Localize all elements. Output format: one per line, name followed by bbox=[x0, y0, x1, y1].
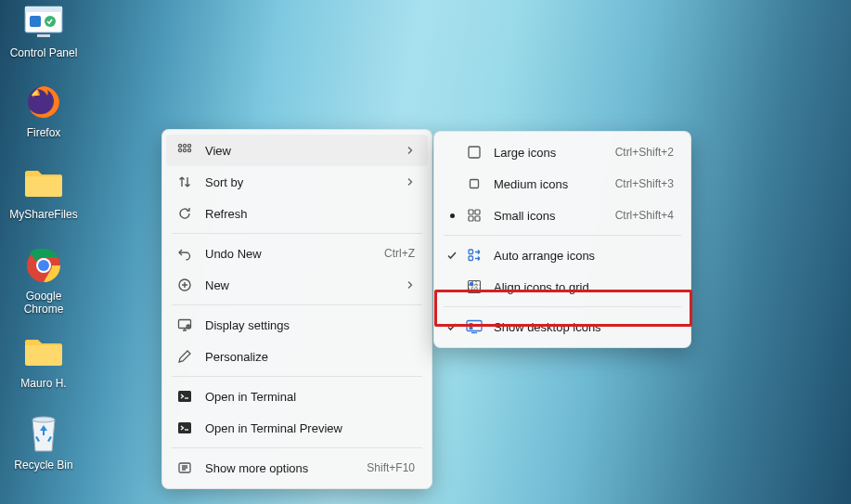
check-indicator bbox=[444, 321, 460, 332]
more-icon bbox=[175, 459, 194, 477]
check-indicator bbox=[444, 250, 460, 261]
submenu-item-label: Small icons bbox=[494, 209, 599, 223]
folder-icon bbox=[23, 163, 64, 204]
menu-item-open-in-terminal[interactable]: Open in Terminal bbox=[166, 381, 428, 412]
svg-point-8 bbox=[38, 260, 49, 271]
desktop-icon-control-panel[interactable]: Control Panel bbox=[4, 2, 84, 59]
desktop-icon-label: MyShareFiles bbox=[4, 208, 84, 221]
svg-rect-27 bbox=[475, 216, 480, 221]
svg-rect-22 bbox=[469, 147, 480, 158]
submenu-item-small-icons[interactable]: Small iconsCtrl+Shift+4 bbox=[438, 200, 687, 231]
chevron-right-icon bbox=[406, 146, 415, 155]
desktop-icon-mysharefiles[interactable]: MyShareFiles bbox=[4, 163, 84, 221]
svg-point-10 bbox=[178, 144, 181, 147]
submenu-item-align-icons-to-grid[interactable]: Align icons to grid bbox=[438, 271, 687, 303]
menu-item-label: Undo New bbox=[205, 247, 366, 261]
menu-item-label: New bbox=[205, 278, 387, 292]
chevron-right-icon bbox=[406, 177, 415, 187]
svg-rect-32 bbox=[467, 321, 482, 331]
menu-separator bbox=[172, 304, 422, 305]
svg-point-9 bbox=[32, 417, 55, 422]
display-icon bbox=[175, 316, 194, 334]
submenu-item-large-icons[interactable]: Large iconsCtrl+Shift+2 bbox=[438, 136, 687, 168]
desktop-icon-firefox[interactable]: Firefox bbox=[4, 82, 84, 139]
menu-separator bbox=[444, 306, 681, 307]
svg-point-11 bbox=[183, 144, 186, 147]
submenu-item-show-desktop-icons[interactable]: Show desktop icons bbox=[438, 311, 687, 342]
large-icons-icon bbox=[464, 143, 484, 162]
svg-point-14 bbox=[183, 149, 186, 151]
menu-item-refresh[interactable]: Refresh bbox=[166, 198, 428, 229]
desktop-icon-google-chrome[interactable]: Google Chrome bbox=[4, 245, 84, 316]
menu-item-display-settings[interactable]: Display settings bbox=[166, 309, 428, 341]
svg-rect-25 bbox=[475, 210, 480, 214]
new-icon bbox=[175, 276, 194, 294]
svg-rect-34 bbox=[470, 327, 473, 330]
svg-rect-23 bbox=[471, 180, 479, 188]
terminal-icon bbox=[175, 419, 194, 437]
menu-item-sort-by[interactable]: Sort by bbox=[166, 166, 428, 198]
radio-indicator bbox=[444, 213, 460, 218]
svg-rect-33 bbox=[470, 323, 473, 326]
svg-rect-1 bbox=[25, 6, 62, 12]
submenu-item-label: Align icons to grid bbox=[494, 280, 674, 294]
refresh-icon bbox=[175, 204, 194, 223]
menu-item-new[interactable]: New bbox=[166, 269, 428, 301]
desktop-context-menu: ViewSort byRefreshUndo NewCtrl+ZNewDispl… bbox=[161, 129, 432, 489]
show-desktop-icon bbox=[464, 317, 484, 336]
desktop-icon-recycle-bin[interactable]: Recycle Bin bbox=[4, 414, 84, 472]
menu-item-personalize[interactable]: Personalize bbox=[166, 341, 428, 372]
svg-rect-4 bbox=[37, 34, 50, 37]
svg-rect-24 bbox=[469, 210, 473, 214]
menu-item-label: Display settings bbox=[205, 318, 415, 332]
recycle-bin-icon bbox=[23, 414, 64, 455]
submenu-item-label: Large icons bbox=[494, 146, 599, 160]
menu-item-show-more-options[interactable]: Show more optionsShift+F10 bbox=[166, 452, 428, 484]
submenu-item-medium-icons[interactable]: Medium iconsCtrl+Shift+3 bbox=[438, 168, 687, 200]
sort-icon bbox=[175, 173, 194, 191]
desktop-icon-label: Recycle Bin bbox=[4, 459, 84, 472]
menu-item-label: Open in Terminal bbox=[205, 390, 415, 404]
menu-separator bbox=[172, 447, 422, 448]
desktop[interactable]: Control Panel Firefox MyShareFiles Googl… bbox=[0, 0, 851, 504]
menu-item-undo-new[interactable]: Undo NewCtrl+Z bbox=[166, 238, 428, 269]
menu-item-shortcut: Shift+F10 bbox=[367, 461, 415, 474]
desktop-icon-mauro-h[interactable]: Mauro H. bbox=[4, 332, 84, 390]
svg-rect-20 bbox=[178, 422, 191, 433]
auto-arrange-icon bbox=[464, 246, 484, 265]
submenu-item-label: Auto arrange icons bbox=[494, 249, 674, 263]
svg-point-15 bbox=[187, 149, 190, 151]
grid-icon bbox=[175, 141, 194, 160]
svg-point-13 bbox=[178, 149, 181, 151]
desktop-icon-label: Google Chrome bbox=[4, 290, 84, 316]
svg-rect-2 bbox=[30, 16, 41, 27]
menu-separator bbox=[172, 376, 422, 377]
control-panel-icon bbox=[23, 2, 64, 43]
svg-rect-26 bbox=[469, 216, 473, 221]
submenu-item-label: Show desktop icons bbox=[494, 320, 674, 334]
view-submenu: Large iconsCtrl+Shift+2Medium iconsCtrl+… bbox=[433, 131, 691, 348]
small-icons-icon bbox=[464, 206, 484, 225]
menu-separator bbox=[444, 235, 681, 236]
menu-separator bbox=[172, 233, 422, 234]
submenu-item-label: Medium icons bbox=[494, 177, 599, 191]
menu-item-view[interactable]: View bbox=[166, 135, 428, 166]
medium-icons-icon bbox=[464, 174, 484, 193]
desktop-icon-label: Control Panel bbox=[4, 46, 84, 59]
menu-item-label: Open in Terminal Preview bbox=[205, 421, 415, 435]
submenu-item-shortcut: Ctrl+Shift+2 bbox=[615, 146, 674, 159]
desktop-icon-label: Firefox bbox=[4, 126, 84, 139]
submenu-item-auto-arrange-icons[interactable]: Auto arrange icons bbox=[438, 239, 687, 271]
firefox-icon bbox=[23, 82, 64, 123]
svg-rect-19 bbox=[178, 391, 191, 402]
chrome-icon bbox=[23, 245, 64, 286]
align-grid-icon bbox=[464, 278, 484, 296]
menu-item-shortcut: Ctrl+Z bbox=[384, 247, 415, 260]
menu-item-label: Personalize bbox=[205, 350, 415, 364]
menu-item-open-in-terminal-preview[interactable]: Open in Terminal Preview bbox=[166, 412, 428, 444]
menu-item-label: Sort by bbox=[205, 175, 387, 189]
desktop-icon-label: Mauro H. bbox=[4, 377, 84, 390]
folder-icon bbox=[23, 332, 64, 373]
svg-point-12 bbox=[187, 144, 190, 147]
submenu-item-shortcut: Ctrl+Shift+3 bbox=[615, 177, 674, 190]
